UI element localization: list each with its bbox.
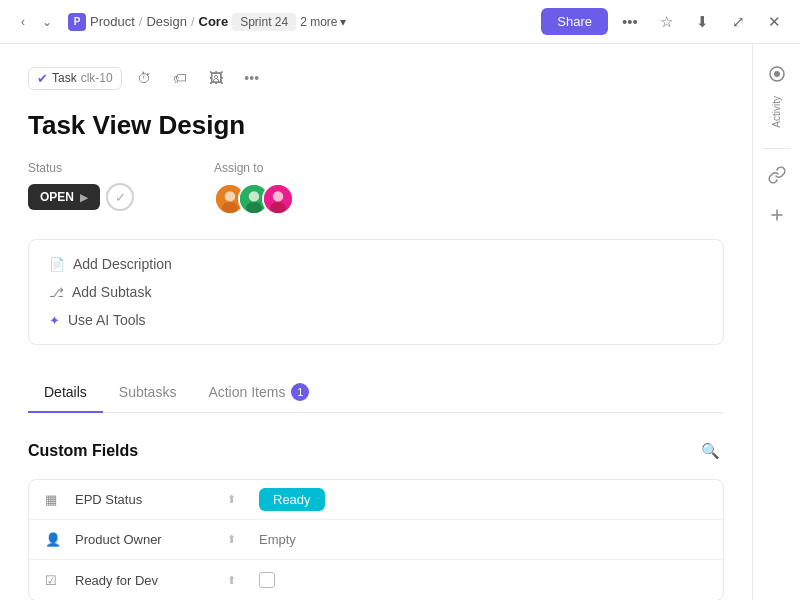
search-fields-button[interactable]: 🔍 [696, 437, 724, 465]
activity-label: Activity [771, 96, 782, 128]
assign-field-group: Assign to [214, 161, 294, 215]
topbar-left: ‹ ⌄ P Product / Design / Core Sprint 24 … [12, 11, 346, 33]
sidebar-divider-1 [763, 148, 791, 149]
add-description-label: Add Description [73, 256, 172, 272]
custom-fields-title: Custom Fields [28, 442, 138, 460]
assign-label: Assign to [214, 161, 294, 175]
ready-for-dev-value [259, 572, 707, 588]
task-id: clk-10 [81, 71, 113, 85]
task-title: Task View Design [28, 110, 724, 141]
project-icon: P [68, 13, 86, 31]
breadcrumb: P Product / Design / Core Sprint 24 2 mo… [68, 13, 346, 31]
epd-status-icon: ▦ [45, 492, 63, 507]
doc-icon: 📄 [49, 257, 65, 272]
subtask-icon: ⎇ [49, 285, 64, 300]
task-meta-bar: ✔ Task clk-10 ⏱ 🏷 🖼 ••• [28, 64, 724, 92]
breadcrumb-design[interactable]: Design [146, 14, 186, 29]
product-owner-name: Product Owner [75, 532, 215, 547]
right-sidebar: Activity [752, 44, 800, 600]
epd-status-row[interactable]: ▦ EPD Status ⬆ Ready [29, 480, 723, 520]
epd-status-arrow: ⬆ [227, 493, 247, 506]
breadcrumb-core[interactable]: Core [199, 14, 229, 29]
tab-details-label: Details [44, 384, 87, 400]
ready-for-dev-checkbox[interactable] [259, 572, 275, 588]
status-complete-button[interactable]: ✓ [106, 183, 134, 211]
svg-point-2 [222, 202, 238, 214]
ready-for-dev-row[interactable]: ☑ Ready for Dev ⬆ [29, 560, 723, 600]
product-owner-arrow: ⬆ [227, 533, 247, 546]
svg-point-8 [270, 202, 286, 214]
add-subtask-label: Add Subtask [72, 284, 151, 300]
custom-fields-table: ▦ EPD Status ⬆ Ready 👤 Product Owner ⬆ E… [28, 479, 724, 600]
download-button[interactable]: ⬇ [688, 8, 716, 36]
breadcrumb-sprint[interactable]: Sprint 24 [232, 13, 296, 31]
nav-arrows: ‹ ⌄ [12, 11, 58, 33]
status-btn-group: OPEN ▶ ✓ [28, 183, 134, 211]
tab-subtasks-label: Subtasks [119, 384, 177, 400]
breadcrumb-sep-1: / [139, 14, 143, 29]
add-sidebar-button[interactable] [759, 197, 795, 233]
tag-icon-button[interactable]: 🏷 [166, 64, 194, 92]
ai-icon: ✦ [49, 313, 60, 328]
topbar-right: Share ••• ☆ ⬇ ⤢ ✕ [541, 8, 788, 36]
status-assign-row: Status OPEN ▶ ✓ Assign to [28, 161, 724, 215]
breadcrumb-product[interactable]: Product [90, 14, 135, 29]
breadcrumb-more[interactable]: 2 more ▾ [300, 15, 345, 29]
nav-back-button[interactable]: ‹ [12, 11, 34, 33]
svg-point-7 [273, 191, 284, 202]
add-description-item[interactable]: 📄 Add Description [49, 256, 703, 272]
more-options-button[interactable]: ••• [616, 8, 644, 36]
product-owner-value: Empty [259, 532, 707, 547]
ready-for-dev-name: Ready for Dev [75, 573, 215, 588]
breadcrumb-sep-2: / [191, 14, 195, 29]
svg-point-10 [774, 71, 780, 77]
ready-for-dev-icon: ☑ [45, 573, 63, 588]
product-owner-row[interactable]: 👤 Product Owner ⬆ Empty [29, 520, 723, 560]
product-owner-icon: 👤 [45, 532, 63, 547]
close-button[interactable]: ✕ [760, 8, 788, 36]
status-open-button[interactable]: OPEN ▶ [28, 184, 100, 210]
svg-point-1 [225, 191, 236, 202]
nav-down-button[interactable]: ⌄ [36, 11, 58, 33]
resize-button[interactable]: ⤢ [724, 8, 752, 36]
svg-point-4 [249, 191, 260, 202]
status-label: Status [28, 161, 134, 175]
activity-button[interactable] [759, 56, 795, 92]
task-badge-label: Task [52, 71, 77, 85]
topbar: ‹ ⌄ P Product / Design / Core Sprint 24 … [0, 0, 800, 44]
main-layout: ✔ Task clk-10 ⏱ 🏷 🖼 ••• Task View Design… [0, 44, 800, 600]
tab-action-badge: 1 [291, 383, 309, 401]
ai-tools-label: Use AI Tools [68, 312, 146, 328]
share-button[interactable]: Share [541, 8, 608, 35]
tab-subtasks[interactable]: Subtasks [103, 373, 193, 413]
task-type-badge: ✔ Task clk-10 [28, 67, 122, 90]
ready-badge: Ready [259, 488, 325, 511]
tab-details[interactable]: Details [28, 373, 103, 413]
star-button[interactable]: ☆ [652, 8, 680, 36]
ai-tools-item[interactable]: ✦ Use AI Tools [49, 312, 703, 328]
link-button[interactable] [759, 157, 795, 193]
more-meta-button[interactable]: ••• [238, 64, 266, 92]
tabs-bar: Details Subtasks Action Items 1 [28, 373, 724, 413]
assignees-list [214, 183, 294, 215]
status-value: OPEN [40, 190, 74, 204]
tab-action-items[interactable]: Action Items 1 [192, 373, 325, 413]
add-subtask-item[interactable]: ⎇ Add Subtask [49, 284, 703, 300]
task-check-icon: ✔ [37, 71, 48, 86]
svg-point-5 [246, 202, 262, 214]
epd-status-value: Ready [259, 492, 707, 507]
ready-for-dev-arrow: ⬆ [227, 574, 247, 587]
avatar-3[interactable] [262, 183, 294, 215]
content-area: ✔ Task clk-10 ⏱ 🏷 🖼 ••• Task View Design… [0, 44, 752, 600]
timer-icon-button[interactable]: ⏱ [130, 64, 158, 92]
tab-action-items-label: Action Items [208, 384, 285, 400]
status-chevron-icon: ▶ [80, 192, 88, 203]
description-box: 📄 Add Description ⎇ Add Subtask ✦ Use AI… [28, 239, 724, 345]
image-icon-button[interactable]: 🖼 [202, 64, 230, 92]
custom-fields-header: Custom Fields 🔍 [28, 437, 724, 465]
status-field-group: Status OPEN ▶ ✓ [28, 161, 134, 211]
epd-status-name: EPD Status [75, 492, 215, 507]
